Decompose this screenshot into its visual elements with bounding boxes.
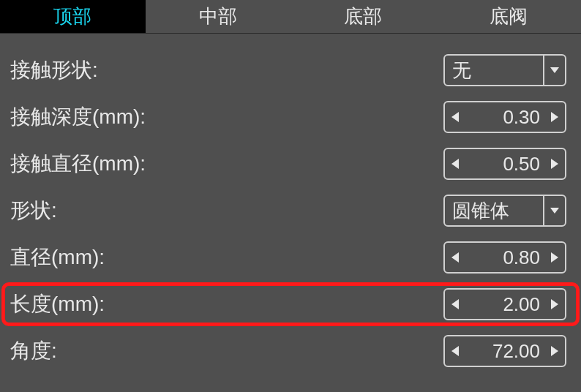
tab-bottom-valve[interactable]: 底阀 <box>436 0 582 33</box>
row-diameter: 直径(mm): 0.80 <box>10 234 571 281</box>
settings-panel: 接触形状: 无 接触深度(mm): 0.30 接触直径(mm): 0.50 形状… <box>0 34 581 374</box>
increase-button[interactable] <box>544 149 565 178</box>
row-contact-diameter: 接触直径(mm): 0.50 <box>10 140 571 187</box>
select-shape[interactable]: 圆锥体 <box>443 195 566 227</box>
label-diameter: 直径(mm): <box>10 244 105 271</box>
tab-middle[interactable]: 中部 <box>146 0 291 33</box>
label-contact-diameter: 接触直径(mm): <box>10 150 146 178</box>
tab-top[interactable]: 顶部 <box>0 0 146 33</box>
tab-label: 底部 <box>344 4 382 29</box>
label-contact-depth: 接触深度(mm): <box>10 103 146 131</box>
label-angle: 角度: <box>10 337 57 365</box>
select-value: 无 <box>445 58 543 83</box>
decrease-button[interactable] <box>445 102 465 132</box>
spinner-value: 0.50 <box>465 153 544 176</box>
decrease-button[interactable] <box>445 336 465 366</box>
select-contact-shape[interactable]: 无 <box>443 54 566 86</box>
tab-bar: 顶部 中部 底部 底阀 <box>0 0 581 34</box>
decrease-button[interactable] <box>445 290 465 319</box>
row-angle: 角度: 72.00 <box>10 328 571 374</box>
row-contact-depth: 接触深度(mm): 0.30 <box>10 94 571 140</box>
increase-button[interactable] <box>544 243 565 272</box>
spinner-diameter[interactable]: 0.80 <box>443 241 566 274</box>
spinner-value: 72.00 <box>465 340 544 363</box>
tab-label: 中部 <box>199 4 237 29</box>
row-contact-shape: 接触形状: 无 <box>10 47 571 94</box>
label-shape: 形状: <box>10 197 57 225</box>
decrease-button[interactable] <box>445 149 465 178</box>
tab-bottom[interactable]: 底部 <box>290 0 436 33</box>
spinner-value: 0.80 <box>465 246 544 269</box>
row-shape: 形状: 圆锥体 <box>10 187 571 234</box>
spinner-value: 0.30 <box>465 106 544 129</box>
spinner-contact-diameter[interactable]: 0.50 <box>443 148 566 180</box>
increase-button[interactable] <box>544 290 565 319</box>
increase-button[interactable] <box>544 102 565 132</box>
tab-label: 顶部 <box>53 4 91 29</box>
spinner-contact-depth[interactable]: 0.30 <box>443 101 566 133</box>
spinner-value: 2.00 <box>465 293 544 316</box>
spinner-angle[interactable]: 72.00 <box>443 335 566 367</box>
increase-button[interactable] <box>544 336 565 366</box>
decrease-button[interactable] <box>445 243 465 272</box>
select-value: 圆锥体 <box>445 198 543 224</box>
tab-label: 底阀 <box>490 4 528 29</box>
label-contact-shape: 接触形状: <box>10 56 98 84</box>
chevron-down-icon <box>543 196 565 225</box>
chevron-down-icon <box>543 56 565 85</box>
label-length: 长度(mm): <box>10 290 105 318</box>
spinner-length[interactable]: 2.00 <box>443 288 566 320</box>
row-length: 长度(mm): 2.00 <box>10 281 571 328</box>
